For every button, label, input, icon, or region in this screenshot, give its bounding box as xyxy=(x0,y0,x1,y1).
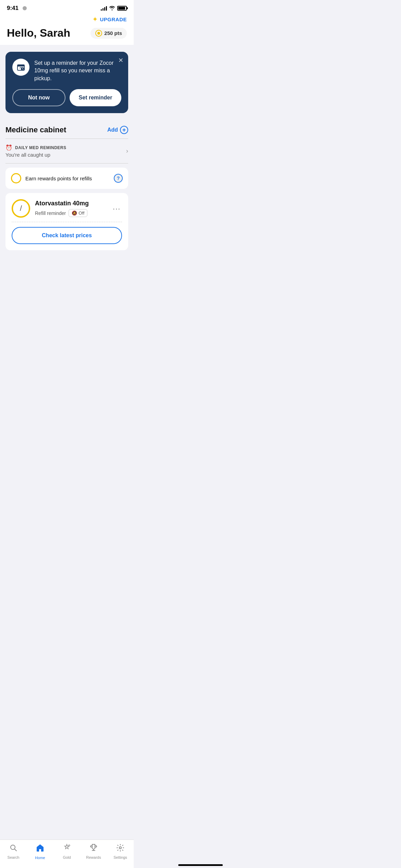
daily-reminders-row[interactable]: ⏰ DAILY MED REMINDERS You're all caught … xyxy=(5,139,128,163)
status-bar: 9:41 xyxy=(0,0,134,14)
reminder-close-button[interactable]: ✕ xyxy=(118,57,123,64)
add-label: Add xyxy=(107,127,118,133)
medication-divider xyxy=(12,222,122,222)
earn-rewards-card: Earn rewards points for refills ? xyxy=(5,168,128,189)
medication-slash-icon: / xyxy=(20,204,22,213)
reminder-section: ✕ Set up a reminder for your Zocor 10mg … xyxy=(0,45,134,120)
points-badge: 250 pts xyxy=(90,28,127,39)
svg-rect-1 xyxy=(17,65,24,67)
daily-med-section-label: DAILY MED REMINDERS xyxy=(15,145,66,150)
medication-card-header: / Atorvastatin 40mg Refill reminder 🔕 Of… xyxy=(12,199,122,218)
refill-reminder-label: Refill reminder xyxy=(35,210,66,216)
daily-reminder-info: ⏰ DAILY MED REMINDERS You're all caught … xyxy=(5,144,66,158)
medication-reminder-row: Refill reminder 🔕 Off xyxy=(35,209,107,217)
medication-more-button[interactable]: ··· xyxy=(111,205,122,213)
alarm-icon: ⏰ xyxy=(5,144,12,151)
reminder-status: Off xyxy=(78,210,84,216)
reminder-content: Set up a reminder for your Zocor 10mg re… xyxy=(12,59,121,82)
earn-info-button[interactable]: ? xyxy=(114,174,123,183)
set-reminder-button[interactable]: Set reminder xyxy=(70,89,121,106)
earn-coin-icon xyxy=(11,173,21,183)
reminder-pharmacy-icon xyxy=(12,59,29,76)
medication-card-0: / Atorvastatin 40mg Refill reminder 🔕 Of… xyxy=(5,193,128,250)
earn-rewards-text: Earn rewards points for refills xyxy=(25,176,92,181)
signal-icon xyxy=(101,6,107,11)
header: ✦ UPGRADE Hello, Sarah 250 pts xyxy=(0,14,134,45)
not-now-button[interactable]: Not now xyxy=(12,89,65,106)
reminder-message: Set up a reminder for your Zocor 10mg re… xyxy=(34,59,121,82)
reminder-actions: Not now Set reminder xyxy=(12,89,121,106)
medication-info: Atorvastatin 40mg Refill reminder 🔕 Off xyxy=(35,200,107,217)
reminder-off-badge: 🔕 Off xyxy=(69,209,87,217)
upgrade-label: UPGRADE xyxy=(100,16,127,22)
wifi-icon xyxy=(109,5,115,11)
chevron-right-icon: › xyxy=(126,147,128,155)
battery-icon xyxy=(117,6,127,11)
status-dot xyxy=(23,6,27,10)
points-value: 250 pts xyxy=(104,30,122,36)
upgrade-star-icon: ✦ xyxy=(92,15,98,23)
greeting-text: Hello, Sarah xyxy=(7,27,70,39)
add-circle-icon: + xyxy=(120,126,128,134)
medication-name: Atorvastatin 40mg xyxy=(35,200,107,207)
add-medication-button[interactable]: Add + xyxy=(107,126,128,134)
upgrade-button[interactable]: ✦ UPGRADE xyxy=(92,15,127,23)
bell-slash-icon: 🔕 xyxy=(72,210,77,216)
earn-left: Earn rewards points for refills xyxy=(11,173,92,183)
reminder-card: ✕ Set up a reminder for your Zocor 10mg … xyxy=(5,52,128,113)
medicine-cabinet-section: Medicine cabinet Add + ⏰ DAILY MED REMIN… xyxy=(0,120,134,258)
status-time: 9:41 xyxy=(7,5,19,12)
medication-icon: / xyxy=(12,199,30,218)
daily-med-status: You're all caught up xyxy=(5,152,66,158)
points-coin-icon xyxy=(95,30,102,37)
medicine-cabinet-title: Medicine cabinet xyxy=(5,125,66,134)
check-prices-button[interactable]: Check latest prices xyxy=(12,227,122,244)
status-icons xyxy=(101,5,127,11)
medicine-cabinet-header: Medicine cabinet Add + xyxy=(5,120,128,138)
